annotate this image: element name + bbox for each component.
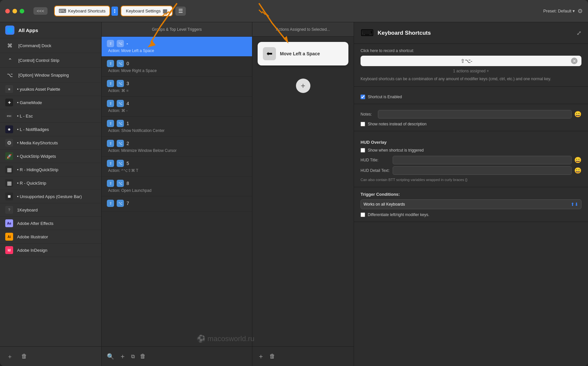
option-icon: ⌥ (5, 70, 14, 80)
shortcut-input-area[interactable]: ⇧⌥- ✕ (361, 56, 581, 66)
show-when-triggered-label: Show when shortcut is triggered (368, 148, 424, 153)
groups-list: ⇧ ⌥ - Action: Move Left a Space ⇧ ⌥ 0 Ac… (102, 37, 252, 346)
alt-badge: ⌥ (117, 80, 124, 87)
actions-assigned-count[interactable]: 1 actions assigned + (361, 69, 581, 73)
traffic-lights (5, 9, 24, 13)
sidebar-item-r-quickstrip[interactable]: ▦ • R - QuickStrip (0, 176, 101, 190)
group-item[interactable]: ⇧ ⌥ 3 Action: ⌘ = (102, 77, 252, 97)
notes-row: Notes: 😀 (361, 110, 581, 119)
show-notes-label: Show notes instead of description (368, 122, 426, 126)
back-button[interactable]: <<< (33, 7, 48, 15)
group-item[interactable]: ⇧ ⌥ 1 Action: Show Notification Center (102, 117, 252, 137)
alt-badge: ⌥ (117, 40, 124, 47)
sidebar-item-gamemode[interactable]: ✦ • GameMode (0, 96, 101, 109)
show-notes-checkbox[interactable] (361, 122, 365, 126)
differentiate-label: Differentiate left/right modifier keys. (368, 212, 429, 217)
action-card[interactable]: ⬅ Move Left a Space (258, 42, 348, 65)
group-item[interactable]: ⇧ ⌥ 4 Action: ⌘ - (102, 97, 252, 117)
shortcut-clear-button[interactable]: ✕ (571, 58, 578, 64)
sidebar-label-option-window: [Option] Window Snapping (18, 73, 69, 78)
groups-panel-title: Groups & Top Level Triggers (152, 27, 202, 32)
shortcut-description: Keyboard shortcuts can be a combination … (361, 76, 581, 82)
differentiate-checkbox[interactable] (361, 212, 365, 217)
show-when-triggered-checkbox[interactable] (361, 148, 365, 153)
sidebar-item-option-window[interactable]: ⌥ [Option] Window Snapping (0, 68, 101, 82)
hud-title-label: HUD Title: (361, 158, 390, 162)
notes-label: Notes: (361, 112, 375, 117)
alt-badge: ⌥ (117, 180, 124, 187)
titlebar-center: ⌨ Keyboard Shortcuts ▲ ▼ Keyboard Settin… (54, 6, 583, 16)
notes-emoji-button[interactable]: 😀 (574, 111, 581, 118)
main-window: <<< ⌨ Keyboard Shortcuts ▲ ▼ Keyboard Se… (0, 0, 588, 366)
trash-icon: 🗑 (269, 353, 275, 360)
group-action-1: Action: Show Notification Center (107, 128, 247, 133)
sidebar-item-illustrator[interactable]: Ai Adobe Illustrator (0, 230, 101, 244)
trigger-conditions-title: Trigger Conditions: (361, 192, 581, 197)
group-item[interactable]: ⇧ ⌥ - Action: Move Left a Space (102, 37, 252, 57)
hud-detail-input[interactable] (393, 166, 572, 175)
plus-icon: ＋ (7, 353, 13, 360)
search-icon: 🔍 (107, 353, 114, 360)
shift-badge: ⇧ (107, 180, 114, 187)
config-title: Keyboard Shortcuts (378, 30, 431, 36)
action-card-icon: ⬅ (263, 47, 276, 60)
groups-copy-button[interactable]: ⧉ (131, 354, 135, 359)
shortcuts-chevron[interactable]: ▲ ▼ (111, 7, 118, 16)
plus-icon: + (301, 81, 305, 90)
sidebar-item-1keyboard[interactable]: ? 1Keyboard (0, 203, 101, 217)
config-expand-button[interactable]: ⤢ (577, 29, 581, 37)
close-button[interactable] (5, 9, 10, 13)
hud-title-emoji-button[interactable]: 😀 (574, 156, 581, 164)
group-item[interactable]: ⇧ ⌥ 7 (102, 196, 252, 212)
maximize-button[interactable] (20, 9, 24, 13)
keyboard-settings-button[interactable]: Keyboard Settings ▦ (121, 6, 173, 16)
group-item[interactable]: ⇧ ⌥ 0 Action: Move Right a Space (102, 57, 252, 77)
sidebar-label-l-notif: • L - NotifBadges (17, 127, 49, 132)
sidebar-item-l-notifbadges[interactable]: ● • L - NotifBadges (0, 123, 101, 136)
group-item[interactable]: ⇧ ⌥ 5 Action: ^⌥⇧⌘ T (102, 156, 252, 176)
notes-input[interactable] (378, 110, 572, 119)
sidebar-item-unsupported[interactable]: ■ • Unsupported Apps (Gesture Bar) (0, 190, 101, 203)
sidebar-item-l-esc[interactable]: esc • L - Esc (0, 109, 101, 123)
add-action-button[interactable]: + (296, 79, 310, 93)
sidebar-list: ⌘ [Command] Dock ⌃ [Control] Control Str… (0, 38, 101, 346)
dropdown-chevron-icon: ⬆⬇ (571, 202, 578, 207)
sidebar-all-apps[interactable]: 🌐 All Apps (0, 22, 101, 38)
group-action-8: Action: Open Launchpad (107, 188, 247, 193)
1keyboard-icon: ? (5, 206, 13, 214)
group-item[interactable]: ⇧ ⌥ 8 Action: Open Launchpad (102, 176, 252, 196)
groups-add-button[interactable]: ＋ (119, 352, 126, 361)
group-item[interactable]: ⇧ ⌥ 2 Action: Minimize Window Below Curs… (102, 137, 252, 156)
sidebar-item-control-strip[interactable]: ⌃ [Control] Control Strip (0, 53, 101, 68)
sidebar-item-r-hiding[interactable]: ▦ • R - HidingQuickStrip (0, 163, 101, 176)
menu-button[interactable]: ☰ (175, 7, 186, 16)
works-keyboards-dropdown[interactable]: Works on all Keyboards ⬆⬇ (361, 199, 581, 209)
gear-button[interactable]: ⚙ (578, 8, 583, 15)
groups-search-button[interactable]: 🔍 (107, 353, 114, 360)
shortcut-enabled-checkbox[interactable] (361, 95, 365, 99)
sidebar-item-yuuikos[interactable]: ■ • yuuikos Asset Palette (0, 82, 101, 96)
group-key-minus: - (127, 41, 128, 46)
hud-detail-emoji-button[interactable]: 😀 (574, 167, 581, 174)
alt-badge: ⌥ (117, 200, 124, 207)
keyboard-shortcuts-button[interactable]: ⌨ Keyboard Shortcuts (54, 6, 110, 16)
actions-delete-button[interactable]: 🗑 (269, 353, 275, 360)
actions-add-button[interactable]: ＋ (258, 352, 264, 361)
sidebar-add-button[interactable]: ＋ (5, 352, 14, 361)
sidebar-item-after-effects[interactable]: Ae Adobe After Effects (0, 217, 101, 230)
sidebar-item-quickstrip[interactable]: 🚀 • QuickStrip Widgets (0, 150, 101, 163)
works-keyboards-text: Works on all Keyboards (363, 202, 569, 207)
sidebar-item-command-dock[interactable]: ⌘ [Command] Dock (0, 38, 101, 53)
sidebar-label-gamemode: • GameMode (17, 100, 42, 105)
sidebar-item-indesign[interactable]: Id Adobe InDesign (0, 244, 101, 257)
hud-title-input[interactable] (393, 156, 572, 164)
record-shortcut-label: Click here to record a shortcut: (361, 48, 581, 53)
groups-delete-button[interactable]: 🗑 (140, 353, 146, 360)
preset-button[interactable]: Preset: Default ▾ (543, 9, 575, 13)
sidebar-delete-button[interactable]: 🗑 (20, 352, 29, 361)
titlebar: <<< ⌨ Keyboard Shortcuts ▲ ▼ Keyboard Se… (0, 0, 588, 22)
minimize-button[interactable] (12, 9, 17, 13)
sidebar-item-media-shortcuts[interactable]: ⚙ • Media KeyShortcuts (0, 136, 101, 150)
shift-badge: ⇧ (107, 160, 114, 167)
hud-detail-label: HUD Detail Text: (361, 168, 390, 173)
